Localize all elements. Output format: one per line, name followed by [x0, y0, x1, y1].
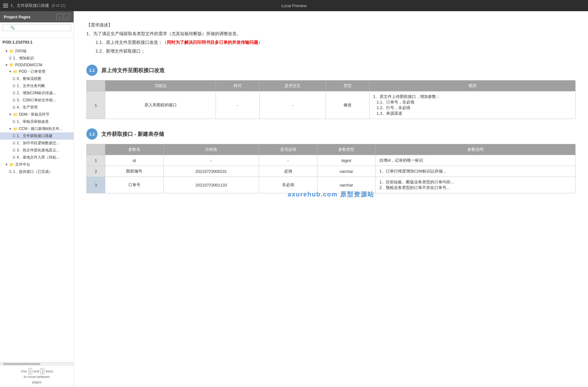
- footer-use: Use: [21, 369, 27, 373]
- triangle-icon: ▼: [5, 49, 8, 53]
- watermark: axurehub.com 原型资源站: [86, 184, 576, 205]
- cell-num: 2: [87, 166, 105, 177]
- sidebar-item-flash[interactable]: ▼ 📁 闪印端: [0, 48, 74, 55]
- sidebar-item-pod-2[interactable]: ☰ 2、增加C2M标识传递...: [0, 90, 74, 97]
- th-type: 类型: [326, 81, 369, 91]
- cell-desc2: 1、订单行维度增加C2M标识以存储...: [376, 166, 576, 177]
- section1-table: 功能点 样式 是否交互 类型 规则 1 原入库图权的接口 - - 修改 1、原文…: [86, 80, 576, 119]
- sidebar-scroll-thumb[interactable]: [3, 363, 40, 365]
- page-icon: ☰: [12, 105, 16, 109]
- sidebar-item-ccm-1[interactable]: ☰ 1、文件获取接口搭建: [0, 132, 74, 140]
- sidebar-item-flash-1[interactable]: ☰ 1、增加标识: [0, 55, 74, 62]
- page-icon: ☰: [12, 120, 16, 124]
- sidebar-scrollbar[interactable]: [0, 362, 74, 365]
- sidebar-item-ddm[interactable]: ▼ 📁 DDM - 审核员环节: [0, 111, 74, 118]
- desc-title: 【需求描述】: [86, 21, 576, 29]
- page-icon: ☰: [9, 56, 12, 60]
- cell-func: 原入库图权的接口: [105, 91, 216, 119]
- tree-label: 1、审核员审核改造: [17, 119, 49, 124]
- th-param-type: 参数类型: [317, 144, 376, 155]
- sidebar-nav-buttons: ‹ ›: [56, 14, 70, 20]
- page-info: (8 of 12): [52, 3, 66, 8]
- tree-label: CCM - 接口新增&热文件...: [19, 126, 62, 131]
- sidebar-tree: ▼ 📁 闪印端 ☰ 1、增加标识 ▼ 📁 POD/DDM/CCM ▼ 📁 POD…: [0, 46, 74, 362]
- page-icon: ☰: [12, 91, 16, 95]
- tree-label: 1、文件任务判断: [17, 83, 45, 89]
- tree-label: 文件中台: [15, 162, 30, 167]
- tree-label: POD/DDM/CCM: [15, 63, 42, 67]
- triangle-icon: ▼: [9, 70, 12, 73]
- content-area[interactable]: 【需求描述】 1、为了满足生产端获取各类型文件的需求（尤其短板转断版）所做的调整…: [74, 11, 588, 387]
- cell-req2: 必填: [259, 166, 317, 177]
- next-key: ]: [40, 368, 44, 375]
- table-row: 1 id - - bigint 自增id，记录的唯一标识: [87, 155, 576, 166]
- description-block: 【需求描述】 1、为了满足生产端获取各类型文件的需求（尤其短板转断版）所做的调整…: [86, 21, 576, 55]
- sidebar-footer: Use [ and ] keys to move between pages: [0, 365, 74, 387]
- triangle-icon: ▼: [9, 113, 12, 116]
- next-page-button[interactable]: ›: [64, 14, 70, 20]
- section2-badge: 1.2: [86, 128, 98, 140]
- top-bar-left: 1、文件获取接口搭建 (8 of 12): [3, 3, 66, 8]
- th-example: 示例值: [163, 144, 259, 155]
- cell-rule: 1、原文件上传图权接口，增加参数： 1.1、订单号，非必填 1.2、行号，非必填…: [369, 91, 575, 119]
- th-num-1: [87, 81, 105, 91]
- page-icon: ☰: [12, 148, 16, 152]
- cell-imgcode: 图权编号: [105, 166, 164, 177]
- tree-label: POD - 订单管理: [19, 69, 45, 74]
- desc-line2-end: ）: [258, 40, 262, 45]
- sidebar-item-filecenter[interactable]: ▼ 📁 文件中台: [0, 161, 74, 168]
- sidebar-item-ccm-4[interactable]: ☰ 4、基地文件入库（待处...: [0, 154, 74, 161]
- tree-label: 4、基地文件入库（待处...: [17, 155, 59, 160]
- footer-move: to move between: [24, 375, 50, 379]
- sidebar-item-pod-orders[interactable]: ▼ 📁 POD - 订单管理: [0, 68, 74, 75]
- tree-label: 0、整体流程图: [17, 76, 41, 81]
- table-row: 1 原入库图权的接口 - - 修改 1、原文件上传图权接口，增加参数： 1.1、…: [87, 91, 576, 119]
- tree-label: DDM - 审核员环节: [19, 112, 49, 117]
- sidebar-item-pod-ddm-ccm[interactable]: ▼ 📁 POD/DDM/CCM: [0, 62, 74, 68]
- tree-label: 1、文件获取接口搭建: [17, 133, 52, 139]
- page-icon: ☰: [12, 84, 16, 88]
- main-layout: Project Pages ‹ › 🔍 POD.1.210703.1 ▼ 📁 闪…: [0, 11, 588, 387]
- sidebar-item-pod-4[interactable]: ☰ 4、生产管理: [0, 104, 74, 111]
- th-style: 样式: [216, 81, 260, 91]
- section1-title: 原上传文件至图权接口改造: [101, 67, 165, 74]
- sidebar-item-filecenter-1[interactable]: ☰ 1、提供接口（已完成）: [0, 168, 74, 175]
- prev-page-button[interactable]: ‹: [56, 14, 62, 20]
- footer-and: and: [34, 369, 39, 373]
- section2-heading: 1.2 文件获取接口 - 新建表存储: [86, 128, 576, 140]
- tree-label: 1、增加标识: [13, 56, 34, 61]
- page-icon: ☰: [12, 155, 16, 159]
- cell-num: 1: [87, 91, 105, 119]
- section1-heading: 1.1 原上传文件至图权接口改造: [86, 65, 576, 76]
- cell-type2: varchar: [317, 166, 376, 177]
- footer-keys: keys: [46, 369, 53, 373]
- search-input[interactable]: [2, 24, 71, 31]
- sidebar-search-container: 🔍: [0, 22, 74, 38]
- folder-icon: 📁: [13, 113, 18, 117]
- cell-type: 修改: [326, 91, 369, 119]
- sidebar-item-pod-0[interactable]: ☰ 0、整体流程图: [0, 75, 74, 82]
- desc-line3: 1.2、新增文件获取接口；: [86, 47, 576, 55]
- sidebar: Project Pages ‹ › 🔍 POD.1.210703.1 ▼ 📁 闪…: [0, 11, 74, 387]
- desc-line2: 1.1、原上传文件至图权接口改造；（同时为了解决闪印同书目多订单的并发传输问题）: [86, 38, 576, 47]
- cell-interactive: -: [260, 91, 326, 119]
- cell-style: -: [216, 91, 260, 119]
- sidebar-title: Project Pages: [4, 15, 30, 19]
- sidebar-header: Project Pages ‹ ›: [0, 11, 74, 22]
- desc-line1: 1、为了满足生产端获取各类型文件的需求（尤其短板转断版）所做的调整改造。: [86, 29, 576, 38]
- sidebar-item-pod-1[interactable]: ☰ 1、文件任务判断: [0, 82, 74, 90]
- sidebar-item-ccm[interactable]: ▼ 📁 CCM - 接口新增&热文件...: [0, 125, 74, 132]
- sidebar-item-ccm-2[interactable]: ☰ 2、加印书目逻辑数据迁...: [0, 140, 74, 147]
- tree-label: 1、提供接口（已完成）: [13, 169, 52, 174]
- th-num-2: [87, 144, 105, 155]
- cell-num: 1: [87, 155, 105, 166]
- cell-type1: bigint: [317, 155, 376, 166]
- sidebar-item-pod-3[interactable]: ☰ 3、C2M订单的文件校...: [0, 97, 74, 104]
- top-bar-title: Local Preview: [281, 3, 307, 8]
- tree-label: 闪印端: [15, 48, 26, 54]
- tree-label: 2、加印书目逻辑数据迁...: [17, 141, 59, 146]
- cell-ex1: -: [163, 155, 259, 166]
- hamburger-icon[interactable]: [3, 4, 8, 7]
- sidebar-item-ddm-1[interactable]: ☰ 1、审核员审核改造: [0, 118, 74, 125]
- sidebar-item-ccm-3[interactable]: ☰ 3、热文件固化基地及云...: [0, 147, 74, 154]
